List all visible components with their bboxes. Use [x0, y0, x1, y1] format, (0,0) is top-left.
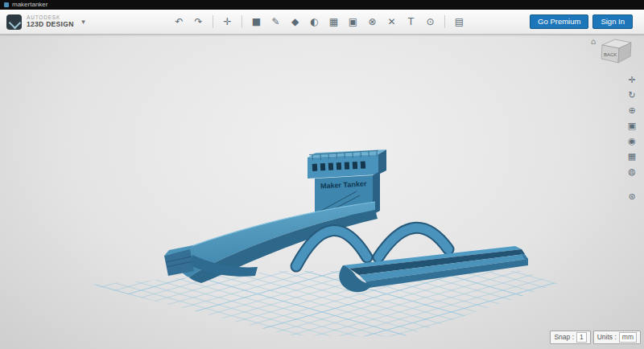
- toolbar-actions: Go Premium Sign In: [530, 14, 633, 29]
- grouping-tool-icon[interactable]: ▣: [345, 14, 361, 31]
- measure-tool-icon[interactable]: ▤: [452, 14, 467, 31]
- toolbar-separator: [213, 15, 213, 28]
- statusbar: Snap : 1 Units : mm: [550, 331, 641, 344]
- zoom-icon[interactable]: ⊕: [625, 105, 638, 117]
- transform-tool-icon[interactable]: ✛: [220, 14, 235, 31]
- app-logo-icon: [6, 14, 22, 30]
- sketch-tool-icon[interactable]: ✎: [268, 14, 283, 31]
- main-toolbar: AUTODESK 123D DESIGN ▼ ↶↷✛■✎◆◐▦▣⊗✕T⊙▤ Go…: [0, 10, 644, 35]
- view-cube[interactable]: BACK: [597, 35, 634, 71]
- sign-in-button[interactable]: Sign In: [592, 14, 633, 29]
- brand-text: AUTODESK 123D DESIGN: [27, 15, 74, 28]
- undo-tool-icon[interactable]: ↶: [171, 14, 187, 31]
- visibility-icon[interactable]: ◉: [625, 135, 638, 147]
- snap-label: Snap :: [554, 333, 574, 341]
- display-icon[interactable]: ▦: [625, 150, 638, 162]
- pattern-tool-icon[interactable]: ▦: [326, 14, 341, 31]
- snap-tool-icon[interactable]: ⊙: [423, 14, 438, 31]
- construct-tool-icon[interactable]: ◆: [287, 14, 303, 31]
- primitives-tool-icon[interactable]: ■: [249, 14, 264, 31]
- snap-value[interactable]: 1: [576, 332, 587, 343]
- text-tool-icon[interactable]: T: [403, 14, 419, 31]
- units-label: Units :: [597, 333, 617, 341]
- orbit-icon[interactable]: ↻: [625, 89, 638, 101]
- side-toolbar: ✛↻⊕▣◉▦◍⊛: [625, 74, 638, 203]
- toolbar-separator: [444, 15, 445, 28]
- modify-tool-icon[interactable]: ◐: [307, 14, 322, 31]
- bridge-front-face: [308, 154, 378, 179]
- material-icon[interactable]: ◍: [625, 166, 638, 178]
- toolbar-tools: ↶↷✛■✎◆◐▦▣⊗✕T⊙▤: [171, 14, 467, 31]
- toolbar-separator: [242, 15, 242, 28]
- viewport-3d[interactable]: Maker Tanker: [0, 0, 644, 349]
- combine-tool-icon[interactable]: ⊗: [365, 14, 380, 31]
- app-menu[interactable]: AUTODESK 123D DESIGN ▼: [6, 14, 127, 30]
- go-premium-button[interactable]: Go Premium: [530, 14, 588, 29]
- redo-tool-icon[interactable]: ↷: [191, 14, 206, 31]
- delete-tool-icon[interactable]: ✕: [384, 14, 399, 31]
- zoom-fit-icon[interactable]: ▣: [625, 120, 638, 132]
- units-control[interactable]: Units : mm: [593, 331, 641, 344]
- chevron-down-icon[interactable]: ▼: [80, 18, 87, 26]
- document-tab[interactable]: makertanker: [12, 0, 47, 10]
- brand-product: 123D DESIGN: [27, 21, 74, 28]
- app-icon: [4, 2, 9, 7]
- viewcube-face-label: BACK: [604, 52, 617, 57]
- view-home-icon[interactable]: ⌂: [591, 37, 596, 46]
- pan-icon[interactable]: ✛: [625, 74, 638, 86]
- titlebar: makertanker: [0, 0, 644, 10]
- settings-icon[interactable]: ⊛: [625, 191, 638, 203]
- header: makertanker AUTODESK 123D DESIGN ▼ ↶↷✛■✎…: [0, 0, 644, 35]
- model-tanker[interactable]: Maker Tanker: [164, 150, 528, 292]
- units-value[interactable]: mm: [619, 332, 637, 343]
- snap-control[interactable]: Snap : 1: [550, 331, 590, 344]
